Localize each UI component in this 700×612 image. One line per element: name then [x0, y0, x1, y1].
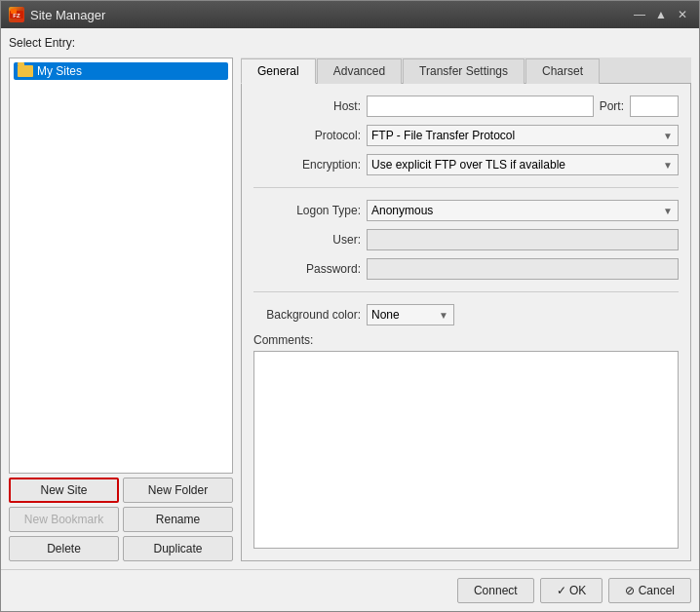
folder-icon	[18, 65, 33, 77]
encryption-select-wrapper: Use explicit FTP over TLS if available R…	[367, 154, 679, 175]
right-panel: General Advanced Transfer Settings Chars…	[241, 57, 691, 561]
main-panel: My Sites New Site New Folder New Bookmar…	[9, 57, 691, 561]
separator-1	[253, 187, 679, 188]
new-bookmark-button[interactable]: New Bookmark	[9, 507, 119, 532]
site-manager-window: FZ Site Manager — ▲ ✕ Select Entry: My S…	[0, 0, 700, 612]
window-title: Site Manager	[30, 8, 105, 22]
comments-textarea[interactable]	[253, 351, 679, 549]
background-color-row: Background color: None Red Green Blue Ye…	[253, 304, 679, 325]
comments-area: Comments:	[253, 333, 679, 549]
tree-item-label: My Sites	[37, 64, 82, 78]
rename-button[interactable]: Rename	[123, 507, 233, 532]
bottom-bar: Connect ✓ OK ⊘ Cancel	[1, 569, 699, 611]
port-input[interactable]	[630, 96, 679, 117]
connect-button[interactable]: Connect	[457, 578, 534, 603]
tab-content-general: Host: Port: Protocol: FTP - File Transfe	[241, 84, 691, 561]
tabs: General Advanced Transfer Settings Chars…	[241, 57, 691, 84]
password-input[interactable]	[367, 258, 679, 280]
host-area: Port:	[367, 96, 679, 117]
duplicate-button[interactable]: Duplicate	[123, 536, 233, 561]
app-icon: FZ	[9, 7, 24, 22]
user-input[interactable]	[367, 229, 679, 250]
user-label: User:	[253, 233, 361, 247]
background-color-select[interactable]: None Red Green Blue Yellow	[367, 304, 454, 325]
host-label: Host:	[253, 99, 361, 113]
password-label: Password:	[253, 262, 361, 276]
titlebar: FZ Site Manager — ▲ ✕	[1, 1, 699, 28]
delete-button[interactable]: Delete	[9, 536, 119, 561]
encryption-select[interactable]: Use explicit FTP over TLS if available R…	[367, 154, 679, 175]
site-tree[interactable]: My Sites	[9, 57, 233, 474]
background-color-label: Background color:	[253, 308, 361, 322]
content-area: Select Entry: My Sites New Site New Fold…	[1, 28, 699, 569]
host-row: Host: Port:	[253, 96, 679, 117]
encryption-row: Encryption: Use explicit FTP over TLS if…	[253, 154, 679, 175]
tab-transfer-settings[interactable]: Transfer Settings	[403, 58, 525, 84]
new-site-button[interactable]: New Site	[9, 478, 119, 503]
new-folder-button[interactable]: New Folder	[123, 478, 233, 503]
logon-type-label: Logon Type:	[253, 204, 361, 217]
tab-advanced[interactable]: Advanced	[317, 58, 402, 84]
protocol-select[interactable]: FTP - File Transfer Protocol SFTP - SSH …	[367, 125, 679, 146]
cancel-button[interactable]: ⊘ Cancel	[608, 578, 691, 603]
minimize-button[interactable]: —	[631, 6, 648, 23]
comments-label: Comments:	[253, 333, 679, 347]
window-controls: — ▲ ✕	[631, 6, 691, 23]
logon-type-select[interactable]: Anonymous Normal Ask for password Intera…	[367, 200, 679, 221]
maximize-button[interactable]: ▲	[652, 6, 670, 23]
svg-text:FZ: FZ	[13, 13, 20, 19]
protocol-select-wrapper: FTP - File Transfer Protocol SFTP - SSH …	[367, 125, 679, 146]
close-button[interactable]: ✕	[674, 6, 691, 23]
tab-charset[interactable]: Charset	[525, 58, 600, 84]
tree-item-my-sites[interactable]: My Sites	[14, 62, 228, 80]
bg-color-select-wrapper: None Red Green Blue Yellow ▼	[367, 304, 454, 325]
port-label: Port:	[600, 99, 624, 113]
left-buttons: New Site New Folder New Bookmark Rename …	[9, 478, 233, 561]
tab-general[interactable]: General	[241, 58, 316, 84]
user-row: User:	[253, 229, 679, 250]
separator-2	[253, 291, 679, 292]
titlebar-left: FZ Site Manager	[9, 7, 105, 22]
logon-type-row: Logon Type: Anonymous Normal Ask for pas…	[253, 200, 679, 221]
encryption-label: Encryption:	[253, 158, 361, 172]
left-panel: My Sites New Site New Folder New Bookmar…	[9, 57, 233, 561]
protocol-row: Protocol: FTP - File Transfer Protocol S…	[253, 125, 679, 146]
host-input[interactable]	[367, 96, 594, 117]
ok-button[interactable]: ✓ OK	[540, 578, 603, 603]
select-entry-label: Select Entry:	[9, 36, 691, 50]
password-row: Password:	[253, 258, 679, 280]
protocol-label: Protocol:	[253, 129, 361, 142]
logon-type-select-wrapper: Anonymous Normal Ask for password Intera…	[367, 200, 679, 221]
